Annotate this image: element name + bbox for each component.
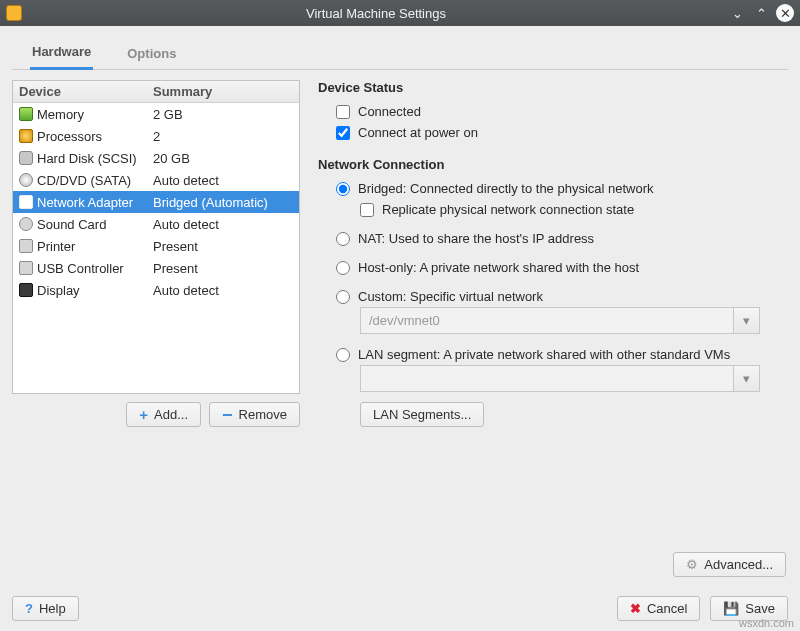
hostonly-field: Host-only: A private network shared with… (318, 257, 788, 278)
chevron-down-icon[interactable]: ▾ (734, 365, 760, 392)
device-row[interactable]: Hard Disk (SCSI)20 GB (13, 147, 299, 169)
replicate-checkbox[interactable] (360, 203, 374, 217)
custom-label: Custom: Specific virtual network (358, 289, 543, 304)
device-icon (19, 151, 33, 165)
lan-label: LAN segment: A private network shared wi… (358, 347, 730, 362)
poweron-checkbox[interactable] (336, 126, 350, 140)
device-summary: 2 (153, 129, 299, 144)
add-button[interactable]: + Add... (126, 402, 201, 427)
nat-label: NAT: Used to share the host's IP address (358, 231, 594, 246)
device-summary: Auto detect (153, 217, 299, 232)
tab-options[interactable]: Options (125, 40, 178, 69)
add-button-label: Add... (154, 407, 188, 422)
bridged-field: Bridged: Connected directly to the physi… (318, 178, 788, 199)
advanced-button[interactable]: ⚙ Advanced... (673, 552, 786, 577)
chevron-down-icon[interactable]: ▾ (734, 307, 760, 334)
lan-radio[interactable] (336, 348, 350, 362)
bottom-bar: ? Help ✖ Cancel 💾 Save (12, 596, 788, 621)
tabs: Hardware Options (12, 36, 788, 70)
device-summary: Bridged (Automatic) (153, 195, 299, 210)
device-summary: Auto detect (153, 173, 299, 188)
connected-checkbox[interactable] (336, 105, 350, 119)
replicate-label: Replicate physical network connection st… (382, 202, 634, 217)
hostonly-radio[interactable] (336, 261, 350, 275)
device-row[interactable]: Sound CardAuto detect (13, 213, 299, 235)
device-icon (19, 195, 33, 209)
replicate-field: Replicate physical network connection st… (318, 199, 788, 220)
device-row[interactable]: USB ControllerPresent (13, 257, 299, 279)
device-name: Network Adapter (37, 195, 133, 210)
app-icon (6, 5, 22, 21)
device-icon (19, 173, 33, 187)
custom-combo: ▾ (360, 307, 760, 334)
custom-field: Custom: Specific virtual network (318, 286, 788, 307)
plus-icon: + (139, 409, 148, 421)
hostonly-label: Host-only: A private network shared with… (358, 260, 639, 275)
watermark: wsxdn.com (739, 617, 794, 629)
device-list: Device Summary Memory2 GBProcessors2Hard… (12, 80, 300, 394)
window-close-icon[interactable]: ✕ (776, 4, 794, 22)
header-device: Device (13, 84, 153, 99)
device-row[interactable]: Processors2 (13, 125, 299, 147)
save-button-label: Save (745, 601, 775, 616)
help-button-label: Help (39, 601, 66, 616)
lan-segments-button[interactable]: LAN Segments... (360, 402, 484, 427)
titlebar: Virtual Machine Settings ⌄ ⌃ ✕ (0, 0, 800, 26)
help-icon: ? (25, 601, 33, 616)
device-icon (19, 107, 33, 121)
custom-radio[interactable] (336, 290, 350, 304)
lan-combo-input[interactable] (360, 365, 734, 392)
device-row[interactable]: DisplayAuto detect (13, 279, 299, 301)
nat-radio[interactable] (336, 232, 350, 246)
tab-hardware[interactable]: Hardware (30, 38, 93, 70)
poweron-field: Connect at power on (318, 122, 788, 143)
device-name: Memory (37, 107, 84, 122)
connected-label: Connected (358, 104, 421, 119)
device-row[interactable]: CD/DVD (SATA)Auto detect (13, 169, 299, 191)
device-summary: 2 GB (153, 107, 299, 122)
cancel-icon: ✖ (630, 601, 641, 616)
device-row[interactable]: PrinterPresent (13, 235, 299, 257)
cancel-button[interactable]: ✖ Cancel (617, 596, 700, 621)
device-name: Display (37, 283, 80, 298)
window-maximize-icon[interactable]: ⌃ (752, 4, 770, 22)
remove-button[interactable]: − Remove (209, 402, 300, 427)
device-name: CD/DVD (SATA) (37, 173, 131, 188)
gear-icon: ⚙ (686, 557, 698, 572)
save-icon: 💾 (723, 601, 739, 616)
device-name: Hard Disk (SCSI) (37, 151, 137, 166)
cancel-button-label: Cancel (647, 601, 687, 616)
window-title: Virtual Machine Settings (30, 6, 722, 21)
device-row[interactable]: Memory2 GB (13, 103, 299, 125)
page: Hardware Options Device Summary Memory2 … (0, 26, 800, 631)
device-row[interactable]: Network AdapterBridged (Automatic) (13, 191, 299, 213)
device-summary: Auto detect (153, 283, 299, 298)
bridged-radio[interactable] (336, 182, 350, 196)
device-icon (19, 283, 33, 297)
advanced-button-label: Advanced... (704, 557, 773, 572)
device-list-header: Device Summary (13, 81, 299, 103)
connected-field: Connected (318, 101, 788, 122)
window-minimize-icon[interactable]: ⌄ (728, 4, 746, 22)
device-panel: Device Summary Memory2 GBProcessors2Hard… (12, 80, 300, 427)
poweron-label: Connect at power on (358, 125, 478, 140)
nat-field: NAT: Used to share the host's IP address (318, 228, 788, 249)
remove-button-label: Remove (239, 407, 287, 422)
lan-segments-button-label: LAN Segments... (373, 407, 471, 422)
device-summary: Present (153, 239, 299, 254)
custom-combo-input[interactable] (360, 307, 734, 334)
device-name: Printer (37, 239, 75, 254)
header-summary: Summary (153, 84, 299, 99)
device-icon (19, 261, 33, 275)
minus-icon: − (222, 410, 233, 420)
device-icon (19, 129, 33, 143)
lan-combo: ▾ (360, 365, 760, 392)
device-panel-buttons: + Add... − Remove (12, 402, 300, 427)
help-button[interactable]: ? Help (12, 596, 79, 621)
device-name: Processors (37, 129, 102, 144)
device-summary: Present (153, 261, 299, 276)
bridged-label: Bridged: Connected directly to the physi… (358, 181, 654, 196)
network-connection-title: Network Connection (318, 157, 788, 172)
right-panel: Device Status Connected Connect at power… (318, 80, 788, 427)
device-name: Sound Card (37, 217, 106, 232)
